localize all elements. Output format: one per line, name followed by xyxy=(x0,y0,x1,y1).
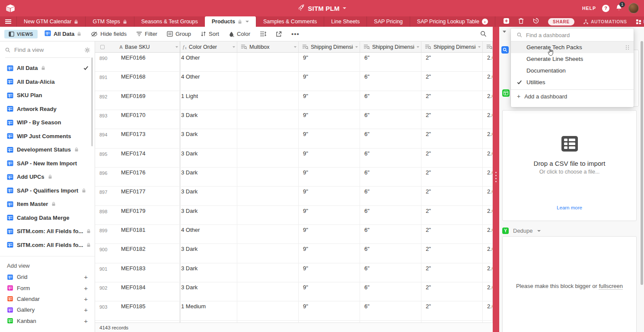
cell-color_order[interactable]: 1 Medium xyxy=(180,301,237,320)
active-view-switcher[interactable]: All Data xyxy=(45,30,81,38)
help-button[interactable]: HELP xyxy=(582,6,596,11)
sidebar-view-all-data[interactable]: All Data xyxy=(0,61,95,75)
cell-dim2[interactable]: 6" xyxy=(360,187,421,205)
cell-dim4[interactable]: 2.0 xyxy=(483,282,493,301)
cell-dim3[interactable]: 2" xyxy=(421,301,483,320)
cell-dim4[interactable]: 2.0 xyxy=(483,91,493,110)
cell-multibox[interactable] xyxy=(237,187,299,205)
gear-icon[interactable] xyxy=(84,47,90,53)
cell-sku[interactable]: MEF0169 xyxy=(116,91,180,110)
table-row[interactable]: 902MEF01843 Dark9"6"2"2.0 xyxy=(95,282,493,301)
chevron-down-icon[interactable] xyxy=(175,46,178,48)
cell-dim1[interactable]: 9" xyxy=(299,110,360,129)
table-row[interactable]: 898MEF01793 Dark9"6"2"2.0 xyxy=(95,206,493,225)
tab-products[interactable]: Products xyxy=(205,16,256,27)
table-row[interactable]: 891MEF01684 Other9"6"2"2.0 xyxy=(95,72,493,91)
add-table-button[interactable] xyxy=(503,18,510,26)
table-row[interactable]: 903MEF01851 Medium9"6"2"2.0 xyxy=(95,301,493,320)
cell-dim1[interactable]: 9" xyxy=(299,301,360,320)
table-row[interactable]: 900MEF01823 Dark9"6"2"2.0 xyxy=(95,244,493,263)
plus-icon[interactable]: + xyxy=(84,295,88,303)
select-all-checkbox[interactable] xyxy=(95,41,116,52)
column-header-shipping-dimension[interactable]: Shipping Dimension... xyxy=(421,41,483,52)
search-button[interactable] xyxy=(480,31,487,37)
cell-dim4[interactable]: 2.0 xyxy=(483,149,493,167)
column-header-shipping-dimension[interactable]: Shipping Dimension... xyxy=(483,41,493,52)
sidebar-view-catalog-data-merge[interactable]: Catalog Data Merge xyxy=(0,211,95,225)
cell-dim4[interactable]: 2.0 xyxy=(483,168,493,186)
cell-multibox[interactable] xyxy=(237,129,299,148)
sort-button[interactable]: Sort xyxy=(201,31,219,37)
fullscreen-link[interactable]: fullscreen xyxy=(599,283,623,290)
blocks-button[interactable]: BLOCKS xyxy=(636,19,644,25)
tab-seasons-test-groups[interactable]: Seasons & Test Groups xyxy=(134,16,205,27)
cell-dim4[interactable]: 2.0 xyxy=(483,187,493,205)
cell-color_order[interactable]: 3 Dark xyxy=(180,149,237,167)
cell-color_order[interactable]: 4 Other xyxy=(180,72,237,90)
cell-dim1[interactable]: 9" xyxy=(299,72,360,90)
cell-multibox[interactable] xyxy=(237,244,299,262)
cell-dim4[interactable]: 2.0 xyxy=(483,206,493,224)
cell-num[interactable]: 897 xyxy=(95,187,116,205)
cell-dim1[interactable]: 9" xyxy=(299,129,360,148)
find-view-search[interactable]: Find a view xyxy=(5,47,90,58)
cell-sku[interactable]: MEF0177 xyxy=(116,187,180,205)
base-title[interactable]: SITM PLM xyxy=(308,5,339,12)
cell-multibox[interactable] xyxy=(237,110,299,129)
cell-num[interactable]: 896 xyxy=(95,168,116,186)
sidebar-view-add-upcs[interactable]: Add UPCs xyxy=(0,170,95,184)
cell-dim3[interactable]: 2" xyxy=(421,263,483,282)
color-button[interactable]: Color xyxy=(229,31,250,37)
drag-handle-icon[interactable] xyxy=(626,45,629,50)
table-row[interactable]: 895MEF01743 Dark9"6"2"2.0 xyxy=(95,149,493,168)
cell-dim2[interactable]: 6" xyxy=(360,301,421,320)
cell-multibox[interactable] xyxy=(237,72,299,90)
chevron-down-icon[interactable] xyxy=(233,46,235,48)
cell-dim3[interactable]: 2" xyxy=(421,110,483,129)
tab-gtm-steps[interactable]: GTM Steps xyxy=(85,16,134,27)
table-row[interactable]: 894MEF01733 Dark9"6"2"2.0 xyxy=(95,129,493,148)
sidebar-view-sap-new-item-import[interactable]: SAP - New Item Import xyxy=(0,157,95,171)
table-row[interactable]: 893MEF01703 Dark9"6"2"2.0 xyxy=(95,110,493,129)
cell-color_order[interactable]: 3 Dark xyxy=(180,206,237,224)
column-header-color-order[interactable]: ƒₓColor Order xyxy=(180,41,237,52)
cell-dim3[interactable]: 2" xyxy=(421,168,483,186)
dashboard-item-utilities[interactable]: Utilities xyxy=(511,76,634,88)
csv-import-block[interactable]: Drop a CSV file to import Or click to ch… xyxy=(502,110,637,221)
column-header-base-sku[interactable]: ABase SKU xyxy=(116,41,180,52)
cell-sku[interactable]: MEF0176 xyxy=(116,168,180,186)
cell-sku[interactable]: MEF0182 xyxy=(116,244,180,262)
share-button[interactable]: SHARE xyxy=(548,18,574,25)
chevron-down-icon[interactable] xyxy=(537,230,541,232)
cell-color_order[interactable]: 3 Dark xyxy=(180,168,237,186)
avatar[interactable] xyxy=(628,3,639,13)
table-row[interactable]: 890MEF01664 Other9"6"2"2.0 xyxy=(95,53,493,72)
question-icon[interactable]: ? xyxy=(602,5,609,12)
cell-color_order[interactable]: 3 Dark xyxy=(180,263,237,282)
automations-button[interactable]: AUTOMATIONS xyxy=(583,19,627,25)
sidebar-view-wip-just-comments[interactable]: WIP Just Comments xyxy=(0,130,95,143)
sidebar-scrollbar[interactable] xyxy=(91,57,93,146)
cell-dim1[interactable]: 9" xyxy=(299,91,360,110)
cell-sku[interactable]: MEF0181 xyxy=(116,225,180,243)
cell-sku[interactable]: MEF0174 xyxy=(116,149,180,167)
sidebar-view-wip-by-season[interactable]: WIP - By Season xyxy=(0,116,95,130)
tab-line-sheets[interactable]: Line Sheets xyxy=(324,16,367,27)
sidebar-view-sitm-com-all-fields-fo[interactable]: SITM.com: All Fields fo... xyxy=(0,224,95,238)
history-icon[interactable] xyxy=(532,17,539,26)
cell-sku[interactable]: MEF0185 xyxy=(116,301,180,320)
plus-icon[interactable]: + xyxy=(84,306,88,313)
airtable-logo-icon[interactable] xyxy=(6,4,15,12)
table-row[interactable]: 899MEF01814 Other9"6"2"2.0 xyxy=(95,225,493,244)
dedupe-block-header[interactable]: Y Dedupe xyxy=(502,228,541,234)
sidebar-view-sap-qualifiers-import[interactable]: SAP - Qualifiers Import xyxy=(0,184,95,198)
trash-icon[interactable] xyxy=(518,18,524,26)
cell-color_order[interactable]: 4 Other xyxy=(180,53,237,71)
cell-num[interactable]: 890 xyxy=(95,53,116,71)
table-row[interactable]: 897MEF01773 Dark9"6"2"2.0 xyxy=(95,187,493,206)
share-view-button[interactable] xyxy=(276,31,282,37)
cell-num[interactable]: 901 xyxy=(95,263,116,282)
base-title-caret-icon[interactable] xyxy=(343,7,346,9)
tab-samples-comments[interactable]: Samples & Comments xyxy=(256,16,324,27)
cell-dim1[interactable]: 9" xyxy=(299,187,360,205)
